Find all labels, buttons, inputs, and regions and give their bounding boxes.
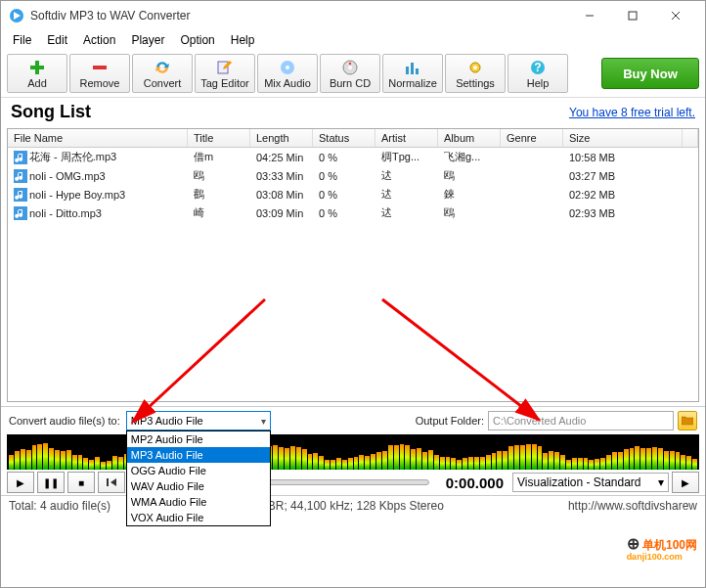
col-filename[interactable]: File Name bbox=[8, 129, 188, 147]
table-row[interactable]: noli - OMG.mp3鴎03:33 Min0 %迖鴎03:27 MB bbox=[8, 166, 698, 185]
vis-next-button[interactable]: ▶ bbox=[672, 472, 699, 493]
menu-action[interactable]: Action bbox=[77, 32, 121, 48]
app-icon bbox=[9, 8, 24, 23]
svg-rect-6 bbox=[30, 66, 44, 69]
svg-point-10 bbox=[286, 66, 289, 69]
svg-rect-7 bbox=[93, 66, 107, 69]
menubar: File Edit Action Player Option Help bbox=[1, 30, 705, 50]
play-button[interactable]: ▶ bbox=[7, 472, 34, 493]
col-artist[interactable]: Artist bbox=[375, 129, 438, 147]
col-album[interactable]: Album bbox=[438, 129, 501, 147]
buy-now-button[interactable]: Buy Now bbox=[601, 58, 699, 89]
song-list-header: Song List You have 8 free trial left. bbox=[1, 98, 705, 126]
menu-option[interactable]: Option bbox=[174, 32, 220, 48]
svg-point-12 bbox=[348, 66, 352, 69]
normalize-button[interactable]: Normalize bbox=[382, 54, 443, 93]
pencil-icon bbox=[216, 59, 234, 76]
maximize-button[interactable] bbox=[611, 1, 654, 30]
table-row[interactable]: noli - Hype Boy.mp3鸛03:08 Min0 %迖錸02:92 … bbox=[8, 185, 698, 204]
remove-button[interactable]: Remove bbox=[69, 54, 130, 93]
tag-editor-button[interactable]: Tag Editor bbox=[195, 54, 255, 93]
disc-icon bbox=[279, 59, 296, 76]
toolbar: Add Remove Convert Tag Editor Mix Audio … bbox=[1, 50, 705, 98]
format-option[interactable]: VOX Audio File bbox=[127, 510, 270, 525]
format-selected[interactable]: MP3 Audio File bbox=[126, 411, 271, 430]
status-total: Total: 4 audio file(s) bbox=[9, 499, 110, 513]
cd-icon bbox=[341, 59, 359, 76]
col-status[interactable]: Status bbox=[313, 129, 375, 147]
titlebar: Softdiv MP3 to WAV Converter bbox=[1, 1, 705, 30]
svg-rect-15 bbox=[411, 63, 414, 74]
help-icon: ? bbox=[529, 59, 547, 76]
output-folder-input[interactable] bbox=[488, 411, 674, 430]
visualizer bbox=[7, 434, 699, 470]
convert-bar: Convert audio file(s) to: MP3 Audio File… bbox=[1, 406, 705, 434]
close-button[interactable] bbox=[654, 1, 697, 30]
burn-cd-button[interactable]: Burn CD bbox=[320, 54, 380, 93]
col-spacer bbox=[683, 129, 698, 147]
music-file-icon bbox=[14, 169, 27, 183]
col-genre[interactable]: Genre bbox=[501, 129, 563, 147]
svg-rect-2 bbox=[629, 12, 637, 20]
stop-button[interactable]: ■ bbox=[67, 472, 95, 493]
svg-rect-14 bbox=[406, 67, 409, 74]
player-bar: ▶ ❚❚ ■ 0:00.000 Visualization - Standard… bbox=[1, 470, 705, 495]
convert-to-label: Convert audio file(s) to: bbox=[9, 415, 120, 427]
music-file-icon bbox=[14, 188, 27, 202]
file-list: File Name Title Length Status Artist Alb… bbox=[7, 128, 699, 402]
output-folder-label: Output Folder: bbox=[416, 415, 484, 427]
visualization-select[interactable]: Visualization - Standard▾ bbox=[512, 473, 669, 492]
timecode: 0:00.000 bbox=[446, 475, 504, 491]
col-title[interactable]: Title bbox=[188, 129, 250, 147]
watermark: ⊕ 单机100网danji100.com bbox=[627, 534, 697, 562]
table-row[interactable]: noli - Ditto.mp3崎03:09 Min0 %迖鴎02:93 MB bbox=[8, 204, 698, 222]
music-file-icon bbox=[14, 151, 27, 164]
format-option[interactable]: WAV Audio File bbox=[127, 478, 270, 494]
table-row[interactable]: 花海 - 周杰伦.mp3借m04:25 Min0 %椆Tpg...飞湘g...1… bbox=[8, 148, 698, 166]
svg-text:?: ? bbox=[534, 61, 541, 74]
format-option[interactable]: OGG Audio File bbox=[127, 463, 270, 478]
browse-folder-button[interactable] bbox=[678, 411, 697, 430]
mix-audio-button[interactable]: Mix Audio bbox=[257, 54, 318, 93]
format-option[interactable]: MP3 Audio File bbox=[127, 447, 270, 463]
equalizer-icon bbox=[404, 59, 421, 76]
status-bar: Total: 4 audio file(s) Quality: MP3 CBR;… bbox=[1, 495, 705, 516]
settings-button[interactable]: Settings bbox=[445, 54, 506, 93]
format-option[interactable]: WMA Audio File bbox=[127, 494, 270, 510]
folder-icon bbox=[682, 416, 693, 426]
svg-point-18 bbox=[473, 66, 477, 69]
svg-point-13 bbox=[349, 62, 351, 64]
col-length[interactable]: Length bbox=[250, 129, 313, 147]
music-file-icon bbox=[14, 206, 27, 220]
format-dropdown: MP2 Audio FileMP3 Audio FileOGG Audio Fi… bbox=[126, 430, 271, 526]
window-title: Softdiv MP3 to WAV Converter bbox=[30, 9, 568, 23]
song-list-title: Song List bbox=[11, 102, 91, 122]
format-option[interactable]: MP2 Audio File bbox=[127, 431, 270, 447]
minimize-button[interactable] bbox=[568, 1, 611, 30]
add-button[interactable]: Add bbox=[7, 54, 67, 93]
col-size[interactable]: Size bbox=[563, 129, 683, 147]
list-header: File Name Title Length Status Artist Alb… bbox=[8, 129, 698, 148]
gear-icon bbox=[466, 59, 484, 76]
pause-button[interactable]: ❚❚ bbox=[37, 472, 65, 493]
convert-button[interactable]: Convert bbox=[132, 54, 193, 93]
help-button[interactable]: ?Help bbox=[507, 54, 568, 93]
menu-help[interactable]: Help bbox=[225, 32, 261, 48]
trial-link[interactable]: You have 8 free trial left. bbox=[569, 106, 695, 119]
menu-file[interactable]: File bbox=[7, 32, 37, 48]
status-url: http://www.softdivsharew bbox=[568, 499, 697, 513]
format-combo[interactable]: MP3 Audio File MP2 Audio FileMP3 Audio F… bbox=[126, 411, 271, 430]
menu-edit[interactable]: Edit bbox=[41, 32, 73, 48]
prev-button[interactable] bbox=[98, 472, 125, 493]
cycle-icon bbox=[154, 59, 171, 76]
svg-rect-16 bbox=[416, 68, 419, 74]
minus-icon bbox=[91, 59, 109, 76]
menu-player[interactable]: Player bbox=[125, 32, 170, 48]
plus-icon bbox=[28, 59, 46, 76]
